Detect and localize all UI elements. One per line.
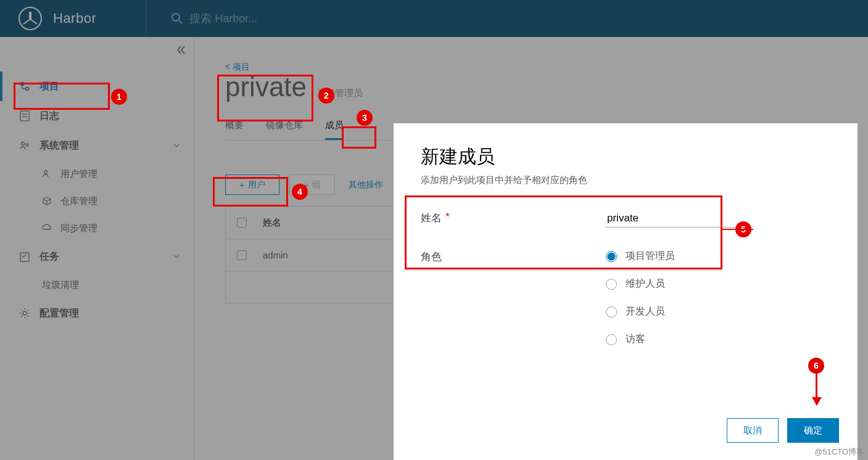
role-radio-admin[interactable]: 项目管理员	[606, 250, 675, 263]
radio-icon	[606, 306, 617, 318]
modal-title: 新建成员	[421, 144, 830, 170]
role-radio-developer[interactable]: 开发人员	[606, 305, 675, 318]
ok-button[interactable]: 确定	[787, 418, 839, 443]
radio-icon	[606, 251, 617, 262]
radio-icon	[606, 279, 617, 290]
modal-subtitle: 添加用户到此项目中并给予相对应的角色	[421, 175, 830, 186]
radio-icon	[606, 334, 617, 345]
name-label: 姓名*	[421, 211, 606, 228]
watermark: @51CTO博客	[814, 446, 864, 458]
annotation-connector	[722, 229, 753, 230]
role-radio-group: 项目管理员 维护人员 开发人员 访客	[606, 250, 675, 346]
role-radio-guest[interactable]: 访客	[606, 333, 675, 346]
cancel-button[interactable]: 取消	[727, 418, 779, 443]
role-label: 角色	[421, 250, 606, 346]
member-name-input[interactable]	[606, 211, 742, 228]
role-radio-maintainer[interactable]: 维护人员	[606, 277, 675, 290]
new-member-modal: 新建成员 添加用户到此项目中并给予相对应的角色 姓名* 角色 项目管理员 维护人…	[394, 123, 858, 460]
